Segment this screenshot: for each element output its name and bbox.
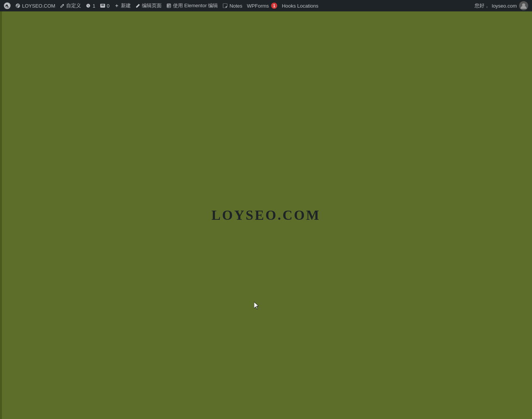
username-text: loyseo.com bbox=[492, 3, 517, 9]
new-icon bbox=[114, 3, 119, 8]
site-icon bbox=[15, 3, 21, 8]
elementor-label: 使用 Elementor 编辑 bbox=[173, 2, 218, 9]
user-greeting[interactable]: 您好， loyseo.com bbox=[472, 1, 530, 10]
updates-icon bbox=[86, 3, 91, 8]
hooks-label: Hooks Locations bbox=[282, 3, 318, 9]
admin-bar: LOYSEO.COM 自定义 1 0 bbox=[0, 0, 532, 11]
notes-button[interactable]: Notes bbox=[220, 0, 245, 11]
wp-logo-button[interactable] bbox=[2, 0, 13, 11]
cursor bbox=[254, 302, 261, 312]
comments-count: 0 bbox=[107, 3, 110, 9]
customize-icon bbox=[60, 3, 65, 8]
site-name-button[interactable]: LOYSEO.COM bbox=[13, 0, 57, 11]
comments-icon bbox=[100, 3, 105, 8]
main-content: LOYSEO.COM bbox=[0, 11, 532, 419]
customize-label: 自定义 bbox=[66, 2, 81, 9]
svg-rect-4 bbox=[169, 6, 170, 6]
hooks-button[interactable]: Hooks Locations bbox=[279, 0, 321, 11]
notes-label: Notes bbox=[229, 3, 242, 9]
avatar bbox=[519, 1, 528, 10]
site-name-label: LOYSEO.COM bbox=[22, 3, 55, 9]
updates-button[interactable]: 1 bbox=[83, 0, 97, 11]
elementor-icon bbox=[166, 3, 172, 8]
edit-page-label: 编辑页面 bbox=[142, 2, 162, 9]
edit-icon bbox=[135, 3, 140, 8]
left-bar bbox=[0, 11, 2, 419]
comments-button[interactable]: 0 bbox=[98, 0, 112, 11]
new-button[interactable]: 新建 bbox=[112, 0, 133, 11]
customize-button[interactable]: 自定义 bbox=[57, 0, 83, 11]
edit-page-button[interactable]: 编辑页面 bbox=[133, 0, 164, 11]
new-label: 新建 bbox=[121, 2, 131, 9]
adminbar-right: 您好， loyseo.com bbox=[472, 1, 530, 10]
elementor-button[interactable]: 使用 Elementor 编辑 bbox=[164, 0, 220, 11]
notes-icon bbox=[222, 3, 228, 8]
greeting-text: 您好， bbox=[475, 2, 489, 9]
wpforms-button[interactable]: WPForms 1 bbox=[245, 0, 279, 11]
wpforms-label: WPForms bbox=[247, 3, 269, 9]
wp-logo-icon bbox=[4, 2, 11, 9]
updates-count: 1 bbox=[92, 3, 95, 9]
svg-rect-3 bbox=[169, 5, 170, 5]
wpforms-badge: 1 bbox=[271, 3, 277, 9]
site-title: LOYSEO.COM bbox=[211, 207, 321, 223]
svg-rect-2 bbox=[167, 5, 168, 7]
